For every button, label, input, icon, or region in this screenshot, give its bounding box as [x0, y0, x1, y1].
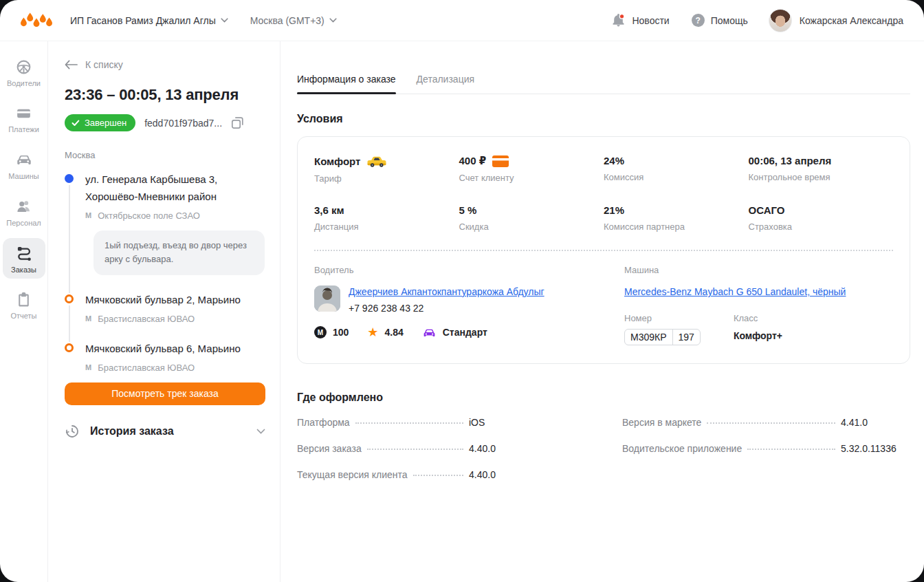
stat-label: Комиссия — [604, 172, 749, 182]
stat-value: 21% — [604, 204, 624, 216]
where-value: iOS — [469, 417, 517, 428]
news-button[interactable]: Новости — [610, 10, 670, 30]
metro-icon: М — [85, 314, 91, 323]
app-header: ИП Гасанов Рамиз Джалил Аглы Москва (GMT… — [0, 0, 924, 41]
history-label: История заказа — [90, 425, 174, 438]
driver-photo — [314, 285, 340, 312]
sidebar-item-reports[interactable]: Отчеты — [3, 285, 45, 325]
region-name: Москва (GMT+3) — [250, 15, 324, 26]
sidebar-item-label: Платежи — [8, 125, 39, 133]
driver-name-link[interactable]: Джеерчиев Акпантокпантураркожа Абдулыг — [349, 286, 544, 297]
activity-value: 100 — [333, 327, 349, 338]
order-id: fedd701f97bad7... — [144, 118, 222, 129]
car-icon — [15, 151, 33, 169]
stat-value: 00:06, 13 апреля — [749, 155, 832, 166]
where-section: Платформа iOS Версия заказа 4.40.0 Текущ… — [297, 417, 910, 480]
metro-name: Брастиславская ЮВАО — [98, 314, 195, 324]
where-label: Платформа — [297, 417, 350, 428]
route-list: ул. Генерала Карбышева 3, Хорошёво-Мневн… — [65, 171, 265, 373]
sidebar-item-drivers[interactable]: Водители — [3, 52, 45, 92]
where-row-market-version: Версия в маркете 4.41.0 — [622, 417, 910, 428]
where-value: 4.40.0 — [469, 469, 517, 480]
tab-order-info[interactable]: Информация о заказе — [297, 74, 396, 94]
where-label: Водительское приложение — [622, 443, 742, 454]
nav-rail: Водители Платежи Машины — [0, 41, 48, 582]
avatar — [769, 9, 792, 32]
where-row-driver-app: Водительское приложение 5.32.0.11336 — [622, 443, 910, 454]
stat-tariff: Комфорт — [314, 155, 459, 184]
where-row-order-version: Версия заказа 4.40.0 — [297, 443, 517, 454]
sidebar-item-payments[interactable]: Платежи — [3, 98, 45, 138]
where-value: 5.32.0.11336 — [841, 443, 910, 454]
region-selector[interactable]: Москва (GMT+3) — [249, 12, 338, 29]
route-connector — [69, 185, 70, 293]
payment-card-icon — [492, 155, 509, 167]
star-icon: ★ — [367, 326, 378, 338]
driver-section-label: Водитель — [314, 265, 624, 275]
back-to-list-link[interactable]: К списку — [65, 59, 123, 70]
where-label: Версия в маркете — [622, 417, 701, 428]
copy-order-id-button[interactable] — [231, 116, 244, 129]
company-selector[interactable]: ИП Гасанов Рамиз Джалил Аглы — [69, 12, 230, 29]
stat-label: Дистанция — [314, 222, 459, 232]
status-label: Завершен — [85, 118, 126, 128]
where-row-client-version: Текущая версия клиента 4.40.0 — [297, 469, 517, 480]
user-menu[interactable]: Кожарская Александра — [769, 9, 903, 32]
route-start-dot-icon — [65, 174, 74, 183]
company-name: ИП Гасанов Рамиз Джалил Аглы — [70, 15, 216, 26]
credit-card-icon — [15, 105, 32, 122]
sidebar-item-label: Персонал — [6, 219, 41, 227]
dotted-leader — [413, 475, 463, 476]
back-label: К списку — [85, 59, 123, 70]
conditions-card: Комфорт — [297, 136, 910, 364]
route-stop-dot-icon — [65, 343, 74, 352]
route-point-stop: Мячковский бульвар 2, Марьино М Брастисл… — [65, 292, 265, 341]
order-panel: К списку 23:36 – 00:05, 13 апреля Заверш… — [48, 41, 280, 582]
order-time-title: 23:36 – 00:05, 13 апреля — [65, 86, 265, 104]
where-title: Где оформлено — [297, 391, 910, 404]
driver-phone: +7 926 238 43 22 — [349, 303, 544, 314]
plate-number: М309КР — [625, 330, 672, 345]
where-label: Версия заказа — [297, 443, 362, 454]
report-icon — [15, 291, 32, 308]
help-button[interactable]: ? Помощь — [690, 11, 749, 30]
sidebar-item-orders[interactable]: Заказы — [3, 238, 45, 279]
class-label: Класс — [734, 313, 782, 323]
driver-rating: ★ 4.84 — [367, 326, 403, 338]
where-value: 4.40.0 — [469, 443, 517, 454]
chevron-down-icon — [221, 18, 228, 23]
card-divider — [314, 250, 893, 251]
car-model-link[interactable]: Mercedes-Benz Maybach G 650 Landaulet, ч… — [624, 286, 846, 297]
steering-wheel-icon — [15, 58, 32, 76]
view-track-button[interactable]: Посмотреть трек заказа — [65, 382, 265, 405]
driver-loyalty: Стандарт — [422, 325, 487, 340]
metro-name: Октябрьское поле СЗАО — [98, 211, 200, 221]
app-window: ИП Гасанов Рамиз Джалил Аглы Москва (GMT… — [0, 0, 924, 582]
where-row-platform: Платформа iOS — [297, 417, 517, 428]
route-point-end: Мячковский бульвар 6, Марьино М Брастисл… — [65, 341, 265, 373]
dotted-leader — [747, 449, 835, 450]
class-block: Класс Комфорт+ — [734, 313, 782, 345]
stat-label: Контрольное время — [749, 172, 894, 182]
question-icon: ? — [692, 14, 705, 27]
sidebar-item-cars[interactable]: Машины — [3, 144, 45, 185]
stat-label: Счет клиенту — [459, 173, 604, 183]
sidebar-item-label: Заказы — [11, 266, 36, 274]
activity-icon: М — [314, 326, 327, 338]
taxi-car-icon — [366, 155, 387, 168]
route-address: Мячковский бульвар 6, Марьино — [85, 341, 265, 358]
bell-icon — [611, 13, 626, 28]
stat-value: 400 ₽ — [459, 155, 487, 167]
tab-bar: Информация о заказе Детализация — [297, 74, 910, 94]
sidebar-item-label: Отчеты — [10, 312, 36, 320]
help-label: Помощь — [711, 15, 748, 26]
class-value: Комфорт+ — [734, 330, 782, 341]
license-plate: М309КР 197 — [624, 329, 701, 345]
stat-value: Комфорт — [314, 155, 360, 167]
order-history-toggle[interactable]: История заказа — [65, 424, 265, 439]
tab-details[interactable]: Детализация — [417, 74, 474, 94]
stat-value: 24% — [604, 155, 624, 166]
where-col-left: Платформа iOS Версия заказа 4.40.0 Текущ… — [297, 417, 517, 480]
sidebar-item-staff[interactable]: Персонал — [3, 191, 45, 232]
metro-icon: М — [85, 211, 91, 219]
